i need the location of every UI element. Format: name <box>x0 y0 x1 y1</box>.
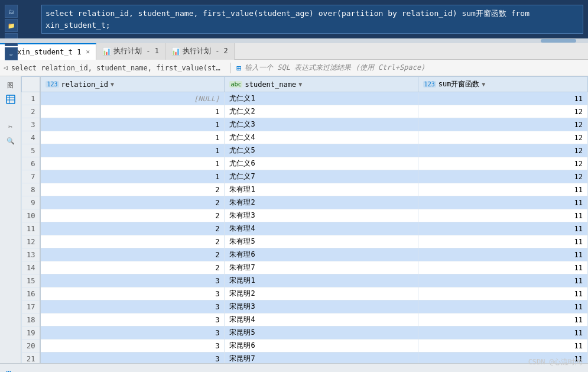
relation-id-filter-icon[interactable]: ▼ <box>111 81 114 88</box>
row-num-cell: 6 <box>22 157 41 170</box>
student-name-cell: 尤仁义1 <box>225 92 418 105</box>
table-row[interactable]: 163宋昆明211 <box>22 287 588 300</box>
table-row[interactable]: 61尤仁义612 <box>22 157 588 170</box>
relation-id-cell: 2 <box>40 261 224 274</box>
student-name-cell: 宋昆明3 <box>225 300 418 313</box>
table-row[interactable]: 183宋昆明411 <box>22 313 588 326</box>
relation-id-type-icon: 123 <box>46 81 59 88</box>
table-row[interactable]: 213宋昆明711 <box>22 352 588 364</box>
student-name-cell: 朱有理6 <box>225 248 418 261</box>
filter-input-placeholder[interactable]: 输入一个 SQL 表达式来过滤结果 (使用 Ctrl+Space) <box>245 63 584 73</box>
table-row[interactable]: 173宋昆明311 <box>22 300 588 313</box>
table-row[interactable]: 1[NULL]尤仁义111 <box>22 92 588 105</box>
row-num-cell: 2 <box>22 105 41 118</box>
sum-cell: 12 <box>418 105 587 118</box>
table-row[interactable]: 41尤仁义412 <box>22 131 588 144</box>
sum-cell: 11 <box>418 222 587 235</box>
sum-col-label: sum开窗函数 <box>438 79 480 89</box>
relation-id-cell: 3 <box>40 274 224 287</box>
tab-plan1[interactable]: 📊 执行计划 - 1 <box>96 43 165 60</box>
left-panel-search-icon[interactable]: 🔍 <box>2 134 19 147</box>
sidebar-icon-2[interactable]: 📁 <box>5 19 18 32</box>
row-num-cell: 5 <box>22 144 41 157</box>
student-name-cell: 尤仁义6 <box>225 157 418 170</box>
student-name-cell: 尤仁义2 <box>225 105 418 118</box>
table-row[interactable]: 71尤仁义712 <box>22 170 588 183</box>
table-row[interactable]: 21尤仁义212 <box>22 105 588 118</box>
table-row[interactable]: 112朱有理411 <box>22 222 588 235</box>
left-sidebar-icons: 🗂 📁 ⊞ ✏ <box>5 5 18 60</box>
student-name-cell: 宋昆明7 <box>225 352 418 364</box>
row-num-cell: 15 <box>22 274 41 287</box>
scroll-thumb[interactable] <box>541 39 576 43</box>
col-header-sum[interactable]: 123 sum开窗函数 ▼ <box>418 77 587 92</box>
table-row[interactable]: 132朱有理611 <box>22 248 588 261</box>
student-name-cell: 宋昆明2 <box>225 287 418 300</box>
row-num-cell: 18 <box>22 313 41 326</box>
table-row[interactable]: 153宋昆明111 <box>22 274 588 287</box>
relation-id-cell: 3 <box>40 326 224 339</box>
table-row[interactable]: 142朱有理711 <box>22 261 588 274</box>
student-name-cell: 宋昆明4 <box>225 313 418 326</box>
current-filter-text: select relation_id, student_name, first_… <box>11 64 224 72</box>
row-num-cell: 16 <box>22 287 41 300</box>
student-name-cell: 宋昆明1 <box>225 274 418 287</box>
data-table-wrapper[interactable]: 123 relation_id ▼ abc student_name ▼ <box>21 76 588 363</box>
table-row[interactable]: 122朱有理511 <box>22 235 588 248</box>
relation-id-cell: 3 <box>40 313 224 326</box>
table-row[interactable]: 92朱有理211 <box>22 196 588 209</box>
sidebar-icon-4[interactable]: ✏ <box>5 47 18 60</box>
tab-table-label: xin_student_t 1 <box>17 48 81 56</box>
table-row[interactable]: 193宋昆明511 <box>22 326 588 339</box>
data-table: 123 relation_id ▼ abc student_name ▼ <box>21 76 588 363</box>
student-name-cell: 宋昆明5 <box>225 326 418 339</box>
sum-cell: 11 <box>418 196 587 209</box>
row-num-cell: 3 <box>22 118 41 131</box>
table-row[interactable]: 203宋昆明611 <box>22 339 588 352</box>
sum-filter-icon[interactable]: ▼ <box>482 81 485 88</box>
row-num-cell: 10 <box>22 209 41 222</box>
relation-id-cell: 2 <box>40 222 224 235</box>
tab-table-close[interactable]: ✕ <box>86 48 90 56</box>
sum-cell: 11 <box>418 274 587 287</box>
sum-cell: 12 <box>418 118 587 131</box>
row-num-cell: 4 <box>22 131 41 144</box>
filter-arrow-icon: ◁ <box>4 64 8 72</box>
row-num-cell: 14 <box>22 261 41 274</box>
row-num-cell: 11 <box>22 222 41 235</box>
svg-rect-0 <box>7 95 15 103</box>
left-panel-table-icon[interactable] <box>2 93 19 106</box>
csdn-watermark: CSDN @心流时间 <box>528 357 582 367</box>
relation-id-cell: 1 <box>40 105 224 118</box>
relation-id-cell: 2 <box>40 248 224 261</box>
tabs-bar: 📋 xin_student_t 1 ✕ 📊 执行计划 - 1 📊 执行计划 - … <box>0 43 588 60</box>
bottom-icon-1[interactable]: ⊞ <box>6 368 11 373</box>
col-header-relation-id[interactable]: 123 relation_id ▼ <box>40 77 224 92</box>
table-row[interactable]: 82朱有理111 <box>22 183 588 196</box>
student-name-cell: 尤仁义4 <box>225 131 418 144</box>
horizontal-scrollbar[interactable] <box>0 38 588 43</box>
col-header-student-name[interactable]: abc student_name ▼ <box>225 77 418 92</box>
table-row[interactable]: 51尤仁义512 <box>22 144 588 157</box>
student-name-cell: 尤仁义3 <box>225 118 418 131</box>
sum-cell: 12 <box>418 144 587 157</box>
row-num-cell: 19 <box>22 326 41 339</box>
relation-id-cell: 3 <box>40 339 224 352</box>
sum-cell: 12 <box>418 131 587 144</box>
sql-editor: 🗂 📁 ⊞ ✏ select relation_id, student_name… <box>0 0 588 38</box>
left-panel-grid-icon[interactable]: 图 <box>2 79 19 92</box>
student-name-cell: 朱有理2 <box>225 196 418 209</box>
left-panel-cut-icon[interactable]: ✂ <box>2 120 19 133</box>
row-num-cell: 8 <box>22 183 41 196</box>
sum-cell: 11 <box>418 183 587 196</box>
table-row[interactable]: 31尤仁义312 <box>22 118 588 131</box>
student-name-cell: 朱有理7 <box>225 261 418 274</box>
sidebar-icon-1[interactable]: 🗂 <box>5 5 18 18</box>
relation-id-cell: 1 <box>40 170 224 183</box>
sum-cell: 11 <box>418 313 587 326</box>
tab-plan2-label: 执行计划 - 2 <box>183 46 228 56</box>
student-name-filter-icon[interactable]: ▼ <box>298 81 302 88</box>
table-row[interactable]: 102朱有理311 <box>22 209 588 222</box>
row-num-cell: 7 <box>22 170 41 183</box>
tab-plan2[interactable]: 📊 执行计划 - 2 <box>165 43 235 60</box>
